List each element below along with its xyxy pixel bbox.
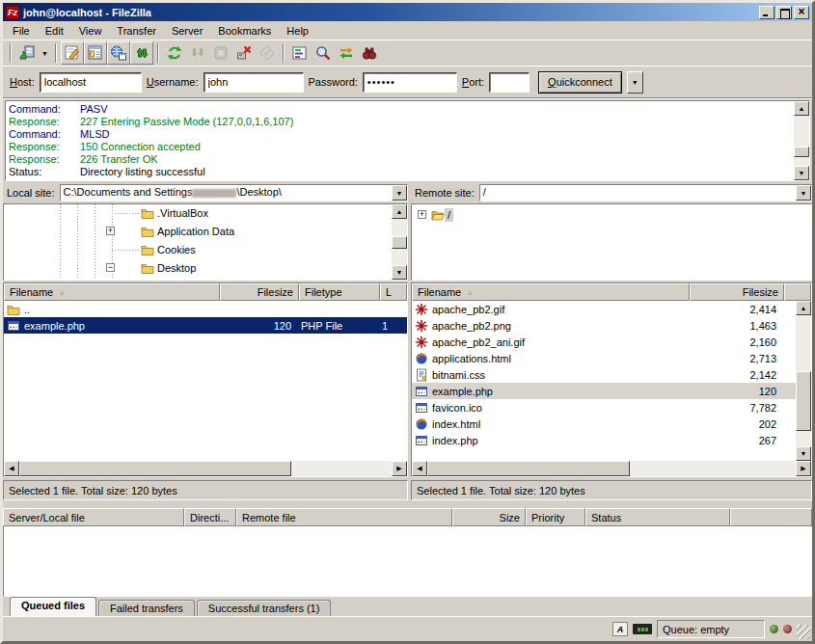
- tab-queued-files[interactable]: Queued files: [10, 597, 96, 616]
- remote-file-row[interactable]: index.html 202: [412, 416, 796, 432]
- remote-file-row[interactable]: apache_pb2_ani.gif 2,160: [412, 334, 796, 350]
- filezilla-app-icon: Fz: [6, 6, 19, 19]
- remote-site-combobox[interactable]: / ▼: [479, 184, 812, 201]
- toolbar-separator: [10, 43, 12, 63]
- filter-button[interactable]: [288, 41, 312, 65]
- column-header-filename[interactable]: Filename▲: [412, 283, 690, 301]
- remote-site-row: Remote site: / ▼: [411, 183, 812, 203]
- tree-item-virtualbox[interactable]: .VirtualBox: [141, 204, 211, 222]
- toggle-local-tree-button[interactable]: [84, 41, 107, 65]
- site-manager-button[interactable]: [15, 41, 39, 65]
- toggle-message-log-button[interactable]: [61, 41, 84, 65]
- scroll-up-icon[interactable]: [794, 101, 809, 116]
- tree-item-cookies[interactable]: Cookies: [141, 241, 199, 258]
- menu-edit[interactable]: Edit: [38, 23, 71, 39]
- log-vertical-scrollbar[interactable]: [794, 101, 809, 180]
- remote-file-row-selected[interactable]: example.php 120: [412, 383, 796, 399]
- local-site-combobox[interactable]: C:\Documents and Settings\Desktop\ ▼: [60, 184, 408, 201]
- remote-file-row[interactable]: index.php 267: [412, 432, 796, 448]
- password-input[interactable]: [363, 72, 457, 93]
- close-icon[interactable]: [794, 6, 809, 19]
- expand-icon[interactable]: [418, 210, 426, 219]
- remote-status-text: Selected 1 file. Total size: 120 bytes: [411, 480, 812, 500]
- maximize-icon[interactable]: [776, 6, 792, 19]
- expand-icon[interactable]: [106, 227, 115, 235]
- tab-successful-transfers[interactable]: Successful transfers (1): [197, 600, 332, 616]
- find-files-button[interactable]: [358, 41, 381, 65]
- collapse-icon[interactable]: [106, 263, 115, 272]
- scroll-thumb[interactable]: [392, 236, 407, 249]
- quickconnect-button[interactable]: Quickconnect: [538, 71, 622, 94]
- tab-failed-transfers[interactable]: Failed transfers: [98, 600, 195, 616]
- directory-comparison-button[interactable]: [312, 41, 335, 65]
- scroll-thumb[interactable]: [427, 461, 630, 476]
- scroll-right-icon[interactable]: [392, 461, 407, 476]
- username-input[interactable]: [204, 72, 304, 93]
- local-file-row-selected[interactable]: example.php 120 PHP File 1: [4, 317, 407, 334]
- local-list-header: Filename▲ Filesize Filetype L: [4, 283, 407, 301]
- site-manager-dropdown[interactable]: ▼: [39, 42, 51, 64]
- column-header-server-local-file[interactable]: Server/Local file: [3, 508, 184, 526]
- scroll-down-icon[interactable]: [796, 446, 811, 461]
- scroll-left-icon[interactable]: [4, 461, 19, 476]
- remote-file-row[interactable]: apache_pb2.png 1,463: [412, 317, 796, 334]
- menu-help[interactable]: Help: [279, 23, 316, 39]
- column-header-filesize[interactable]: Filesize: [690, 283, 784, 301]
- menu-bookmarks[interactable]: Bookmarks: [210, 23, 279, 39]
- scroll-thumb[interactable]: [19, 461, 291, 476]
- remote-file-row[interactable]: apache_pb2.gif 2,414: [412, 301, 796, 317]
- process-queue-button[interactable]: [186, 41, 209, 65]
- column-header-priority[interactable]: Priority: [526, 508, 585, 526]
- local-file-row-up[interactable]: ..: [4, 301, 407, 317]
- scroll-left-icon[interactable]: [412, 461, 427, 476]
- scroll-down-icon[interactable]: [794, 166, 809, 180]
- menu-file[interactable]: File: [5, 23, 38, 39]
- menu-view[interactable]: View: [71, 23, 110, 39]
- status-light-red-icon: [783, 625, 792, 633]
- scroll-up-icon[interactable]: [392, 204, 407, 219]
- tree-item-root[interactable]: /: [431, 206, 453, 224]
- quickconnect-dropdown[interactable]: ▼: [627, 71, 643, 94]
- scroll-right-icon[interactable]: [796, 461, 811, 476]
- column-header-filename[interactable]: Filename▲: [4, 283, 220, 301]
- remote-file-row[interactable]: favicon.ico 7,782: [412, 399, 796, 416]
- scroll-down-icon[interactable]: [392, 265, 407, 280]
- host-input[interactable]: [40, 72, 142, 93]
- abort-button[interactable]: [256, 41, 279, 65]
- local-site-path[interactable]: C:\Documents and Settings\Desktop\: [61, 185, 392, 201]
- remote-file-row[interactable]: applications.html 2,713: [412, 350, 796, 366]
- disconnect-button[interactable]: [232, 41, 256, 65]
- scroll-up-icon[interactable]: [796, 301, 811, 315]
- column-header-lastmodified[interactable]: L: [380, 283, 407, 301]
- column-header-remote-file[interactable]: Remote file: [236, 508, 452, 526]
- column-header-filesize[interactable]: Filesize: [220, 283, 299, 301]
- remote-site-path[interactable]: /: [480, 185, 796, 201]
- tree-item-application-data[interactable]: Application Data: [141, 223, 237, 240]
- synchronized-browsing-button[interactable]: [335, 41, 358, 65]
- toggle-transfer-queue-button[interactable]: [130, 41, 153, 65]
- chevron-down-icon[interactable]: ▼: [392, 185, 407, 201]
- scroll-thumb[interactable]: [794, 147, 809, 157]
- resize-grip[interactable]: [797, 625, 811, 639]
- remote-vertical-scrollbar[interactable]: [796, 301, 811, 461]
- column-header-direction[interactable]: Directi...: [184, 508, 236, 526]
- minimize-icon[interactable]: [759, 6, 774, 19]
- cancel-operation-button[interactable]: [209, 41, 232, 65]
- local-tree-scrollbar[interactable]: [392, 204, 407, 280]
- menu-transfer[interactable]: Transfer: [109, 23, 164, 39]
- chevron-down-icon[interactable]: ▼: [796, 185, 811, 201]
- tree-item-desktop[interactable]: Desktop: [141, 259, 199, 277]
- column-header-filetype[interactable]: Filetype: [299, 283, 380, 301]
- local-horizontal-scrollbar[interactable]: [4, 461, 407, 476]
- toggle-remote-tree-button[interactable]: [107, 41, 130, 65]
- menu-server[interactable]: Server: [164, 23, 210, 39]
- queue-list[interactable]: [3, 526, 812, 597]
- column-header-size[interactable]: Size: [452, 508, 526, 526]
- column-header-status[interactable]: Status: [585, 508, 730, 526]
- port-input[interactable]: [489, 72, 530, 93]
- remote-file-row[interactable]: bitnami.css 2,142: [412, 366, 796, 383]
- scroll-thumb[interactable]: [796, 371, 811, 431]
- remote-horizontal-scrollbar[interactable]: [412, 461, 811, 476]
- titlebar[interactable]: Fz john@localhost - FileZilla: [3, 3, 812, 21]
- refresh-button[interactable]: [163, 41, 186, 65]
